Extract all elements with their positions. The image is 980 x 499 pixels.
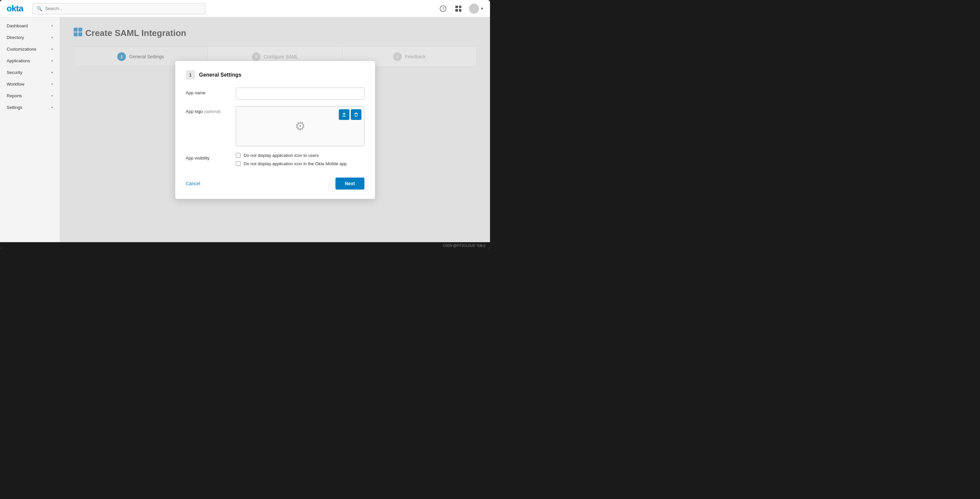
app-logo-row: App logo (optional) xyxy=(186,106,364,146)
app-name-control xyxy=(236,87,364,100)
section-title-label: General Settings xyxy=(199,72,242,78)
bottom-bar-text: CSDN @FIT2CLOUD 飞致云 xyxy=(443,243,486,248)
search-input[interactable] xyxy=(45,6,201,11)
sidebar-item-security[interactable]: Security ▾ xyxy=(0,67,60,78)
sidebar-label-settings: Settings xyxy=(7,105,22,110)
sidebar-label-customizations: Customizations xyxy=(7,47,36,52)
app-logo-control: ⚙ xyxy=(236,106,364,146)
sidebar-item-settings[interactable]: Settings ▾ xyxy=(0,102,60,113)
bottom-bar: CSDN @FIT2CLOUD 飞致云 xyxy=(0,242,490,249)
next-button[interactable]: Next xyxy=(336,178,364,189)
app-name-label: App name xyxy=(186,87,229,95)
chevron-icon-applications: ▾ xyxy=(51,59,53,63)
upload-logo-button[interactable] xyxy=(339,109,349,120)
app-logo-label: App logo (optional) xyxy=(186,106,229,114)
sidebar-label-reports: Reports xyxy=(7,93,22,98)
chevron-down-icon: ▾ xyxy=(481,6,483,11)
chevron-icon-security: ▾ xyxy=(51,71,53,74)
svg-text:?: ? xyxy=(442,7,444,11)
sidebar-label-dashboard: Dashboard xyxy=(7,23,28,28)
sidebar-item-directory[interactable]: Directory ▾ xyxy=(0,32,60,43)
sidebar: Dashboard ▾ Directory ▾ Customizations ▾… xyxy=(0,17,60,242)
user-menu[interactable]: ▾ xyxy=(469,4,483,14)
sidebar-label-workflow: Workflow xyxy=(7,82,24,87)
app-name-row: App name xyxy=(186,87,364,100)
sidebar-label-applications: Applications xyxy=(7,58,30,63)
sidebar-label-security: Security xyxy=(7,70,22,75)
apps-grid-icon-btn[interactable] xyxy=(454,4,463,13)
logo-placeholder-icon: ⚙ xyxy=(295,119,305,133)
delete-logo-button[interactable] xyxy=(351,109,361,120)
visibility-checkbox-2[interactable] xyxy=(236,161,240,166)
search-bar[interactable]: 🔍 xyxy=(32,3,205,14)
visibility-checkbox-label-2: Do not display application icon in the O… xyxy=(244,161,347,166)
modal-section-title: 1 General Settings xyxy=(186,70,364,79)
avatar xyxy=(469,4,479,14)
section-number: 1 xyxy=(186,70,195,79)
chevron-icon-workflow: ▾ xyxy=(51,82,53,86)
sidebar-label-directory: Directory xyxy=(7,35,24,40)
cancel-button[interactable]: Cancel xyxy=(186,181,200,186)
app-visibility-control: Do not display application icon to users… xyxy=(236,153,364,170)
visibility-checkbox-label-1: Do not display application icon to users xyxy=(244,153,319,158)
chevron-icon-reports: ▾ xyxy=(51,94,53,98)
logo-upload-actions xyxy=(339,109,361,120)
app-visibility-row: App visibility Do not display applicatio… xyxy=(186,153,364,170)
chevron-icon-directory: ▾ xyxy=(51,36,53,39)
chevron-icon-customizations: ▾ xyxy=(51,47,53,51)
app-name-input[interactable] xyxy=(236,87,364,100)
sidebar-item-dashboard[interactable]: Dashboard ▾ xyxy=(0,20,60,32)
search-icon: 🔍 xyxy=(37,6,42,11)
sidebar-item-workflow[interactable]: Workflow ▾ xyxy=(0,78,60,90)
app-visibility-label: App visibility xyxy=(186,153,229,161)
sidebar-item-reports[interactable]: Reports ▾ xyxy=(0,90,60,102)
chevron-icon-dashboard: ▾ xyxy=(51,24,53,28)
chevron-icon-settings: ▾ xyxy=(51,106,53,109)
visibility-checkbox-row-1: Do not display application icon to users xyxy=(236,153,364,158)
sidebar-item-customizations[interactable]: Customizations ▾ xyxy=(0,43,60,55)
sidebar-item-applications[interactable]: Applications ▾ xyxy=(0,55,60,67)
modal-footer: Cancel Next xyxy=(186,178,364,189)
visibility-checkbox-row-2: Do not display application icon in the O… xyxy=(236,161,364,166)
nav-right: ? ▾ xyxy=(438,4,483,14)
logo-upload-area[interactable]: ⚙ xyxy=(236,106,364,146)
okta-logo: okta xyxy=(7,3,23,14)
help-icon-btn[interactable]: ? xyxy=(438,4,448,13)
modal-card: 1 General Settings App name App logo xyxy=(175,61,375,199)
top-nav: okta 🔍 ? ▾ xyxy=(0,0,490,17)
app-logo-optional: (optional) xyxy=(204,109,221,114)
visibility-checkbox-1[interactable] xyxy=(236,153,240,157)
main-content: Create SAML Integration 1 General Settin… xyxy=(60,17,490,242)
modal-overlay: 1 General Settings App name App logo xyxy=(60,17,490,242)
